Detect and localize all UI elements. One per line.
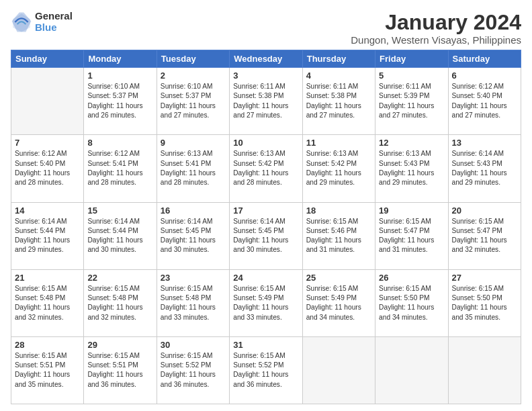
day-info: Sunrise: 6:11 AMSunset: 5:38 PMDaylight:…	[306, 82, 371, 120]
day-info: Sunrise: 6:14 AMSunset: 5:43 PMDaylight:…	[452, 149, 517, 187]
table-row: 20Sunrise: 6:15 AMSunset: 5:47 PMDayligh…	[448, 202, 521, 269]
table-row: 10Sunrise: 6:13 AMSunset: 5:42 PMDayligh…	[230, 135, 302, 202]
day-number: 19	[379, 205, 444, 216]
day-info: Sunrise: 6:14 AMSunset: 5:45 PMDaylight:…	[161, 217, 226, 255]
day-number: 30	[161, 340, 226, 350]
day-info: Sunrise: 6:13 AMSunset: 5:42 PMDaylight:…	[306, 149, 371, 187]
day-number: 2	[161, 71, 226, 81]
table-row: 13Sunrise: 6:14 AMSunset: 5:43 PMDayligh…	[448, 135, 521, 202]
day-number: 29	[87, 340, 152, 350]
calendar-week-row: 21Sunrise: 6:15 AMSunset: 5:48 PMDayligh…	[11, 269, 521, 336]
day-info: Sunrise: 6:15 AMSunset: 5:49 PMDaylight:…	[306, 284, 371, 322]
day-number: 3	[233, 71, 298, 81]
day-info: Sunrise: 6:14 AMSunset: 5:44 PMDaylight:…	[15, 217, 80, 255]
table-row: 16Sunrise: 6:14 AMSunset: 5:45 PMDayligh…	[157, 202, 229, 269]
table-row: 19Sunrise: 6:15 AMSunset: 5:47 PMDayligh…	[375, 202, 448, 269]
day-info: Sunrise: 6:12 AMSunset: 5:41 PMDaylight:…	[87, 149, 152, 187]
table-row: 28Sunrise: 6:15 AMSunset: 5:51 PMDayligh…	[11, 336, 84, 404]
day-info: Sunrise: 6:13 AMSunset: 5:42 PMDaylight:…	[233, 149, 298, 187]
logo: General Blue	[11, 11, 73, 33]
table-row	[302, 336, 375, 404]
day-info: Sunrise: 6:15 AMSunset: 5:48 PMDaylight:…	[15, 284, 80, 322]
day-info: Sunrise: 6:15 AMSunset: 5:50 PMDaylight:…	[452, 284, 517, 322]
header-wednesday: Wednesday	[230, 50, 302, 68]
day-info: Sunrise: 6:15 AMSunset: 5:47 PMDaylight:…	[379, 217, 444, 255]
day-info: Sunrise: 6:15 AMSunset: 5:51 PMDaylight:…	[87, 351, 152, 390]
day-info: Sunrise: 6:15 AMSunset: 5:50 PMDaylight:…	[379, 284, 444, 322]
header-friday: Friday	[375, 50, 448, 68]
day-info: Sunrise: 6:15 AMSunset: 5:52 PMDaylight:…	[233, 351, 298, 390]
header-monday: Monday	[84, 50, 157, 68]
day-number: 10	[233, 138, 298, 148]
table-row: 14Sunrise: 6:14 AMSunset: 5:44 PMDayligh…	[11, 202, 84, 269]
table-row: 3Sunrise: 6:11 AMSunset: 5:38 PMDaylight…	[230, 68, 302, 135]
table-row: 8Sunrise: 6:12 AMSunset: 5:41 PMDaylight…	[84, 135, 157, 202]
table-row: 9Sunrise: 6:13 AMSunset: 5:41 PMDaylight…	[157, 135, 229, 202]
table-row: 29Sunrise: 6:15 AMSunset: 5:51 PMDayligh…	[84, 336, 157, 404]
day-number: 24	[233, 273, 298, 283]
calendar-week-row: 14Sunrise: 6:14 AMSunset: 5:44 PMDayligh…	[11, 202, 521, 269]
day-number: 9	[161, 138, 226, 148]
header: General Blue January 2024 Dungon, Wester…	[11, 11, 521, 46]
day-info: Sunrise: 6:12 AMSunset: 5:40 PMDaylight:…	[15, 149, 80, 187]
title-block: January 2024 Dungon, Western Visayas, Ph…	[351, 11, 521, 46]
table-row: 31Sunrise: 6:15 AMSunset: 5:52 PMDayligh…	[230, 336, 302, 404]
day-number: 1	[87, 71, 152, 81]
table-row: 17Sunrise: 6:14 AMSunset: 5:45 PMDayligh…	[230, 202, 302, 269]
day-number: 23	[161, 273, 226, 283]
day-number: 26	[379, 273, 444, 283]
header-thursday: Thursday	[302, 50, 375, 68]
day-number: 22	[87, 273, 152, 283]
day-number: 15	[87, 205, 152, 216]
table-row	[375, 336, 448, 404]
table-row: 18Sunrise: 6:15 AMSunset: 5:46 PMDayligh…	[302, 202, 375, 269]
day-number: 21	[15, 273, 80, 283]
day-number: 5	[379, 71, 444, 81]
day-number: 20	[452, 205, 517, 216]
day-info: Sunrise: 6:13 AMSunset: 5:43 PMDaylight:…	[379, 149, 444, 187]
table-row: 27Sunrise: 6:15 AMSunset: 5:50 PMDayligh…	[448, 269, 521, 336]
day-number: 11	[306, 138, 371, 148]
day-info: Sunrise: 6:15 AMSunset: 5:51 PMDaylight:…	[15, 351, 80, 390]
table-row	[448, 336, 521, 404]
table-row: 11Sunrise: 6:13 AMSunset: 5:42 PMDayligh…	[302, 135, 375, 202]
table-row	[11, 68, 84, 135]
day-number: 6	[452, 71, 517, 81]
day-number: 8	[87, 138, 152, 148]
day-number: 13	[452, 138, 517, 148]
day-info: Sunrise: 6:15 AMSunset: 5:46 PMDaylight:…	[306, 217, 371, 255]
page: General Blue January 2024 Dungon, Wester…	[0, 0, 532, 411]
logo-general-text: General	[35, 11, 73, 22]
table-row: 4Sunrise: 6:11 AMSunset: 5:38 PMDaylight…	[302, 68, 375, 135]
table-row: 21Sunrise: 6:15 AMSunset: 5:48 PMDayligh…	[11, 269, 84, 336]
day-number: 17	[233, 205, 298, 216]
table-row: 24Sunrise: 6:15 AMSunset: 5:49 PMDayligh…	[230, 269, 302, 336]
header-tuesday: Tuesday	[157, 50, 229, 68]
logo-icon	[11, 11, 32, 33]
day-info: Sunrise: 6:15 AMSunset: 5:48 PMDaylight:…	[87, 284, 152, 322]
day-number: 16	[161, 205, 226, 216]
logo-blue-text: Blue	[35, 22, 73, 34]
calendar-week-row: 28Sunrise: 6:15 AMSunset: 5:51 PMDayligh…	[11, 336, 521, 404]
table-row: 12Sunrise: 6:13 AMSunset: 5:43 PMDayligh…	[375, 135, 448, 202]
table-row: 1Sunrise: 6:10 AMSunset: 5:37 PMDaylight…	[84, 68, 157, 135]
day-number: 12	[379, 138, 444, 148]
day-number: 28	[15, 340, 80, 350]
day-info: Sunrise: 6:14 AMSunset: 5:45 PMDaylight:…	[233, 217, 298, 255]
day-info: Sunrise: 6:15 AMSunset: 5:49 PMDaylight:…	[233, 284, 298, 322]
table-row: 5Sunrise: 6:11 AMSunset: 5:39 PMDaylight…	[375, 68, 448, 135]
day-number: 4	[306, 71, 371, 81]
day-info: Sunrise: 6:13 AMSunset: 5:41 PMDaylight:…	[161, 149, 226, 187]
day-info: Sunrise: 6:15 AMSunset: 5:47 PMDaylight:…	[452, 217, 517, 255]
day-info: Sunrise: 6:15 AMSunset: 5:48 PMDaylight:…	[161, 284, 226, 322]
table-row: 25Sunrise: 6:15 AMSunset: 5:49 PMDayligh…	[302, 269, 375, 336]
calendar-header-row: Sunday Monday Tuesday Wednesday Thursday…	[11, 50, 521, 68]
day-info: Sunrise: 6:10 AMSunset: 5:37 PMDaylight:…	[161, 82, 226, 120]
header-sunday: Sunday	[11, 50, 84, 68]
calendar-table: Sunday Monday Tuesday Wednesday Thursday…	[11, 50, 521, 404]
calendar-week-row: 7Sunrise: 6:12 AMSunset: 5:40 PMDaylight…	[11, 135, 521, 202]
day-number: 27	[452, 273, 517, 283]
day-number: 7	[15, 138, 80, 148]
table-row: 6Sunrise: 6:12 AMSunset: 5:40 PMDaylight…	[448, 68, 521, 135]
table-row: 23Sunrise: 6:15 AMSunset: 5:48 PMDayligh…	[157, 269, 229, 336]
